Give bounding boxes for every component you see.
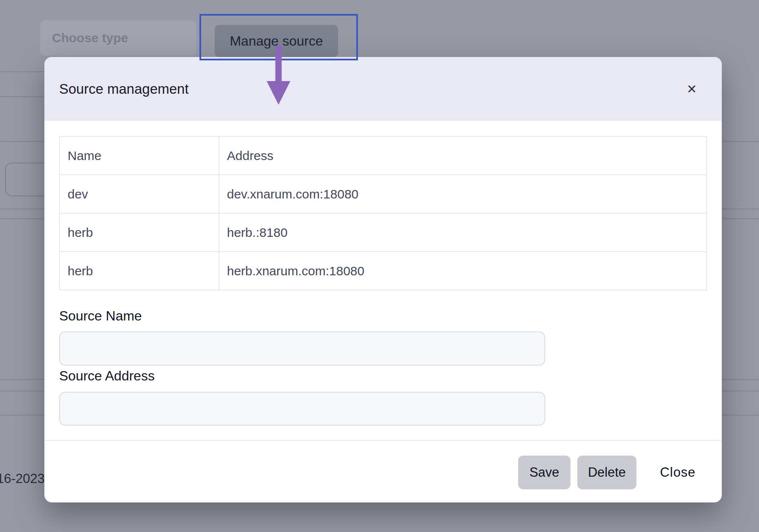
partial-date-text: 16-2023: [0, 471, 45, 486]
table-row[interactable]: herb herb.xnarum.com:18080: [60, 252, 707, 290]
manage-source-button[interactable]: Manage source: [215, 25, 338, 57]
cell-source-name[interactable]: herb: [60, 252, 219, 290]
cell-source-address[interactable]: herb.xnarum.com:18080: [219, 252, 707, 290]
table-row[interactable]: dev dev.xnarum.com:18080: [60, 175, 707, 213]
footer-divider: [44, 440, 722, 441]
cell-source-name[interactable]: herb: [60, 213, 219, 252]
source-management-modal: Source management ✕ Name Address dev dev…: [44, 57, 722, 502]
delete-button[interactable]: Delete: [577, 456, 636, 489]
choose-type-placeholder: Choose type: [52, 31, 128, 45]
modal-title: Source management: [59, 57, 188, 121]
cell-source-name[interactable]: dev: [60, 175, 219, 213]
close-button-label: Close: [660, 465, 696, 480]
background-divider: [0, 71, 47, 72]
save-button[interactable]: Save: [518, 456, 571, 489]
choose-type-select[interactable]: Choose type: [40, 20, 197, 56]
table-header-row: Name Address: [60, 136, 707, 175]
close-button[interactable]: Close: [653, 456, 703, 489]
source-address-input[interactable]: [59, 392, 545, 426]
source-address-label: Source Address: [59, 368, 155, 384]
close-icon[interactable]: ✕: [682, 57, 702, 121]
source-name-input[interactable]: [59, 331, 545, 366]
modal-header: Source management ✕: [44, 57, 722, 121]
column-header-name: Name: [60, 136, 219, 175]
delete-button-label: Delete: [588, 465, 626, 480]
save-button-label: Save: [530, 465, 560, 480]
cell-source-address[interactable]: herb.:8180: [219, 213, 707, 252]
background-divider: [0, 96, 47, 97]
cell-source-address[interactable]: dev.xnarum.com:18080: [219, 175, 707, 213]
manage-source-label: Manage source: [230, 33, 323, 49]
column-header-address: Address: [219, 136, 707, 175]
source-name-label: Source Name: [59, 308, 142, 324]
sources-table: Name Address dev dev.xnarum.com:18080 he…: [59, 136, 707, 290]
table-row[interactable]: herb herb.:8180: [60, 213, 707, 252]
